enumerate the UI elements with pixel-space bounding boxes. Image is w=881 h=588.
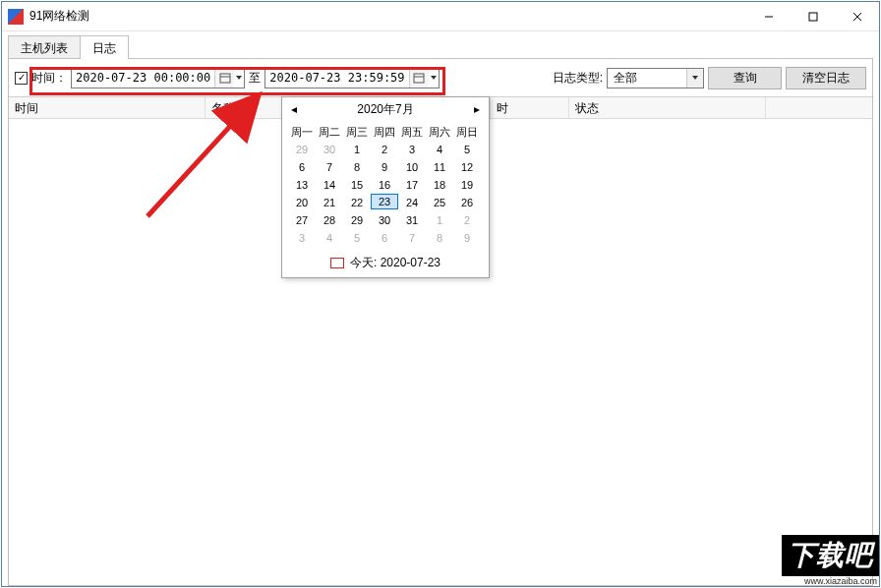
next-month-button[interactable]: ▸ xyxy=(471,102,483,116)
calendar-dow: 周六 xyxy=(426,123,453,141)
calendar-day[interactable]: 5 xyxy=(453,141,481,158)
log-type-select[interactable]: 全部 xyxy=(607,68,704,88)
tab-bar: 主机列表 日志 xyxy=(8,35,873,59)
calendar-dow: 周三 xyxy=(343,123,371,141)
grid-column-header[interactable]: 时间 xyxy=(9,97,206,118)
tab-log[interactable]: 日志 xyxy=(80,35,129,59)
toolbar: ✓ 时间： 2020-07-23 00:00:00 至 2020-07-23 2… xyxy=(9,59,872,96)
clear-log-button[interactable]: 清空日志 xyxy=(786,67,866,89)
calendar-day[interactable]: 13 xyxy=(288,176,316,194)
calendar-day[interactable]: 20 xyxy=(288,194,316,211)
svg-rect-1 xyxy=(809,13,817,21)
calendar-day[interactable]: 1 xyxy=(343,141,371,158)
calendar-day[interactable]: 7 xyxy=(398,229,426,247)
time-checkbox[interactable]: ✓ xyxy=(15,72,28,85)
titlebar: 91网络检测 xyxy=(2,2,879,31)
calendar-day[interactable]: 16 xyxy=(371,176,398,194)
calendar-day[interactable]: 18 xyxy=(426,176,453,194)
calendar-day[interactable]: 3 xyxy=(398,141,426,158)
calendar-day[interactable]: 11 xyxy=(426,158,453,176)
query-button[interactable]: 查询 xyxy=(708,67,782,89)
calendar-grid: 周一周二周三周四周五周六周日29301234567891011121314151… xyxy=(282,121,489,251)
calendar-day[interactable]: 29 xyxy=(288,141,316,158)
calendar-day[interactable]: 4 xyxy=(426,141,453,158)
maximize-button[interactable] xyxy=(791,2,835,30)
calendar-icon[interactable] xyxy=(214,69,234,88)
calendar-day[interactable]: 8 xyxy=(426,229,453,247)
calendar-day[interactable]: 30 xyxy=(316,141,343,158)
calendar-day[interactable]: 7 xyxy=(316,158,343,176)
app-window: 91网络检测 主机列表 日志 ✓ 时间： 2020-07-23 00:00:00 xyxy=(1,1,880,587)
calendar-header: ◂ 2020年7月 ▸ xyxy=(282,97,489,121)
prev-month-button[interactable]: ◂ xyxy=(288,102,300,116)
calendar-day[interactable]: 22 xyxy=(343,194,371,211)
time-label: 时间： xyxy=(31,70,67,87)
start-dropdown-icon[interactable] xyxy=(234,69,244,88)
calendar-day[interactable]: 2 xyxy=(453,211,481,229)
calendar-day[interactable]: 17 xyxy=(398,176,426,194)
calendar-day[interactable]: 6 xyxy=(371,229,398,247)
calendar-day[interactable]: 4 xyxy=(316,229,343,247)
calendar-icon[interactable] xyxy=(409,69,429,88)
calendar-day[interactable]: 14 xyxy=(316,176,343,194)
to-label: 至 xyxy=(249,70,261,87)
grid-column-header[interactable]: 状态 xyxy=(569,97,766,118)
calendar-title[interactable]: 2020年7月 xyxy=(357,101,413,118)
calendar-day[interactable]: 24 xyxy=(398,194,426,211)
calendar-day[interactable]: 5 xyxy=(343,229,371,247)
today-label: 今天: 2020-07-23 xyxy=(350,255,440,271)
close-button[interactable] xyxy=(835,2,879,30)
calendar-day[interactable]: 25 xyxy=(426,194,453,211)
log-type-value: 全部 xyxy=(608,70,686,87)
calendar-dow: 周二 xyxy=(316,123,343,141)
start-datetime-value: 2020-07-23 00:00:00 xyxy=(72,71,214,85)
today-link[interactable]: 今天: 2020-07-23 xyxy=(282,251,489,277)
calendar-day[interactable]: 30 xyxy=(371,211,398,229)
time-filter-group: ✓ 时间： 2020-07-23 00:00:00 至 2020-07-23 2… xyxy=(15,68,440,88)
calendar-dow: 周一 xyxy=(288,123,316,141)
calendar-dow: 周四 xyxy=(371,123,398,141)
calendar-day[interactable]: 15 xyxy=(343,176,371,194)
calendar-day[interactable]: 23 xyxy=(371,194,398,209)
calendar-day[interactable]: 3 xyxy=(288,229,316,247)
calendar-day[interactable]: 12 xyxy=(453,158,481,176)
minimize-button[interactable] xyxy=(746,2,791,30)
calendar-day[interactable]: 8 xyxy=(343,158,371,176)
end-datetime-value: 2020-07-23 23:59:59 xyxy=(265,71,408,85)
calendar-day[interactable]: 1 xyxy=(426,211,453,229)
window-title: 91网络检测 xyxy=(29,8,746,25)
chevron-down-icon[interactable] xyxy=(686,69,703,88)
calendar-day[interactable]: 6 xyxy=(288,158,316,176)
end-datetime-input[interactable]: 2020-07-23 23:59:59 xyxy=(264,68,439,88)
calendar-day[interactable]: 9 xyxy=(371,158,398,176)
log-type-label: 日志类型: xyxy=(553,70,603,87)
calendar-day[interactable]: 10 xyxy=(398,158,426,176)
start-datetime-input[interactable]: 2020-07-23 00:00:00 xyxy=(71,68,245,88)
calendar-day[interactable]: 2 xyxy=(371,141,398,158)
window-buttons xyxy=(746,2,879,30)
calendar-dow: 周五 xyxy=(398,123,426,141)
calendar-day[interactable]: 21 xyxy=(316,194,343,211)
calendar-day[interactable]: 31 xyxy=(398,211,426,229)
app-icon xyxy=(8,9,24,25)
end-dropdown-icon[interactable] xyxy=(429,69,439,88)
today-indicator-icon xyxy=(330,258,344,268)
tab-hostlist[interactable]: 主机列表 xyxy=(8,35,81,59)
calendar-day[interactable]: 29 xyxy=(343,211,371,229)
svg-rect-4 xyxy=(220,74,230,83)
date-picker-popup: ◂ 2020年7月 ▸ 周一周二周三周四周五周六周日29301234567891… xyxy=(281,96,490,278)
calendar-day[interactable]: 28 xyxy=(316,211,343,229)
calendar-day[interactable]: 26 xyxy=(453,194,481,211)
svg-rect-6 xyxy=(414,74,424,83)
calendar-day[interactable]: 27 xyxy=(288,211,316,229)
calendar-day[interactable]: 19 xyxy=(453,176,481,194)
calendar-dow: 周日 xyxy=(453,123,481,141)
calendar-day[interactable]: 9 xyxy=(453,229,481,247)
grid-column-header[interactable]: 时 xyxy=(491,97,569,118)
